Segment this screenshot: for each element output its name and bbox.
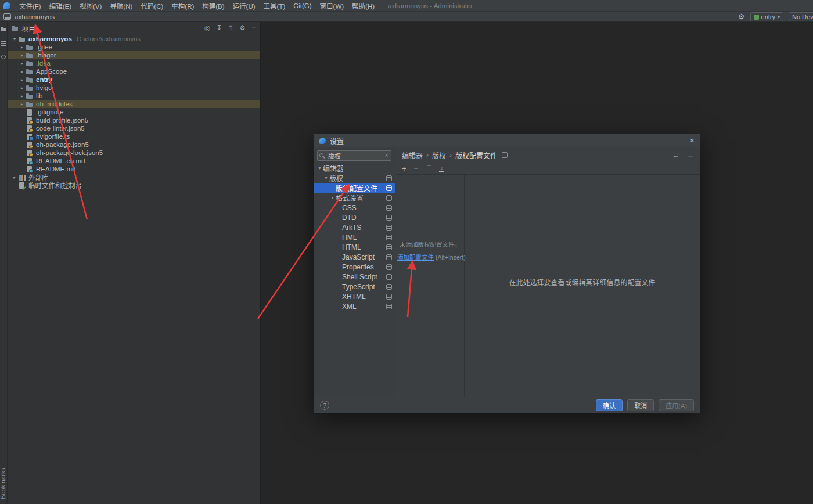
settings-tree-item[interactable]: CSS: [314, 203, 395, 213]
project-tree-item[interactable]: 临时文件和控制台: [8, 181, 260, 189]
menubar-item[interactable]: 重构(R): [167, 1, 198, 10]
toolbar-project-name[interactable]: axharmonyos: [15, 13, 55, 20]
settings-dialog: 设置 × × ▾编辑器▾版权版权配置文件▾格式设置CSSDTDArkTSHMLH…: [314, 134, 700, 413]
back-icon[interactable]: ←: [672, 151, 679, 160]
menubar-item[interactable]: 代码(C): [136, 1, 167, 10]
project-tree-item[interactable]: ▸lib: [8, 92, 260, 100]
project-tree-item[interactable]: hvigorfile.ts: [8, 132, 260, 141]
bookmarks-tool-button[interactable]: Bookmarks: [0, 467, 8, 499]
collapse-all-icon[interactable]: ↧: [216, 22, 222, 34]
menubar-item[interactable]: 导航(N): [106, 1, 136, 10]
chevron-right-icon[interactable]: ▸: [19, 93, 26, 99]
project-tree-item[interactable]: ▾axharmonyosG:\clone\axharmonyos: [8, 35, 260, 43]
add-profile-icon[interactable]: +: [402, 164, 406, 173]
settings-tree-item[interactable]: XHTML: [314, 291, 395, 301]
settings-tree-item[interactable]: TypeScript: [314, 282, 395, 291]
project-tree-item[interactable]: ▸外部库: [8, 173, 260, 181]
project-tree-item[interactable]: ▸hvigor: [8, 84, 260, 92]
project-tree-item[interactable]: ▸.hvigor: [8, 51, 260, 59]
project-tree-item[interactable]: README.en.md: [8, 157, 260, 165]
menubar-item[interactable]: 文件(F): [15, 1, 45, 10]
project-tree-item[interactable]: oh-package-lock.json5: [8, 149, 260, 157]
project-tree-item[interactable]: README.md: [8, 165, 260, 173]
run-config-selector[interactable]: entry ▾: [750, 12, 783, 21]
breadcrumb-item[interactable]: 版权配置文件: [455, 150, 497, 160]
menubar-item[interactable]: 视图(V): [75, 1, 106, 10]
menubar-item[interactable]: Git(G): [289, 2, 315, 9]
project-tree-item[interactable]: ▸AppScope: [8, 67, 260, 75]
settings-tree-item[interactable]: Shell Script: [314, 272, 395, 282]
menubar-item[interactable]: 编辑(E): [45, 1, 75, 10]
settings-tree: ▾编辑器▾版权版权配置文件▾格式设置CSSDTDArkTSHMLHTMLJava…: [314, 163, 395, 311]
chevron-right-icon[interactable]: ▸: [19, 85, 26, 91]
locate-file-icon[interactable]: ◎: [204, 22, 210, 34]
help-button[interactable]: ?: [320, 401, 329, 410]
settings-tree-item[interactable]: JavaScript: [314, 252, 395, 262]
chevron-down-icon[interactable]: ▾: [323, 175, 329, 181]
search-input[interactable]: [317, 150, 391, 161]
item-label: DTD: [342, 214, 357, 222]
settings-tree-item[interactable]: HML: [314, 232, 395, 242]
project-tree-item[interactable]: ▸entry: [8, 75, 260, 84]
settings-tree-item[interactable]: ▾格式设置: [314, 193, 395, 203]
ok-button[interactable]: 确认: [596, 399, 623, 411]
settings-content: 编辑器›版权›版权配置文件 ← → + − ↓ 未添加版权配置文件。 添加配置文…: [396, 147, 700, 397]
row-badge-icon: [386, 215, 392, 221]
remove-profile-icon[interactable]: −: [414, 164, 419, 173]
project-tree-item[interactable]: ▸.gitee: [8, 43, 260, 51]
panel-settings-icon[interactable]: ⚙: [239, 22, 246, 34]
settings-gear-icon[interactable]: ⚙: [738, 12, 745, 21]
settings-tree-item[interactable]: ▾编辑器: [314, 163, 395, 173]
settings-tree-item[interactable]: DTD: [314, 213, 395, 222]
menubar-item[interactable]: 帮助(H): [348, 1, 379, 10]
project-tree-item[interactable]: oh-package.json5: [8, 141, 260, 149]
chevron-right-icon[interactable]: ▸: [19, 61, 26, 66]
chevron-down-icon[interactable]: ▾: [329, 195, 336, 200]
settings-tree-item[interactable]: 版权配置文件: [314, 183, 395, 193]
menubar-item[interactable]: 工具(T): [260, 1, 290, 10]
settings-tree-item[interactable]: ArkTS: [314, 222, 395, 232]
chevron-right-icon[interactable]: ▸: [19, 102, 26, 107]
chevron-right-icon[interactable]: ▸: [19, 69, 26, 74]
row-badge-icon: [386, 264, 392, 270]
settings-tree-item[interactable]: Properties: [314, 262, 395, 272]
chevron-down-icon[interactable]: ▾: [316, 165, 323, 171]
chevron-right-icon[interactable]: ▸: [19, 45, 26, 50]
project-panel: 项目 ◎↧↥⚙− ▾axharmonyosG:\clone\axharmonyo…: [8, 22, 261, 504]
hide-panel-icon[interactable]: −: [251, 22, 256, 34]
menubar-item[interactable]: 窗口(W): [316, 1, 348, 10]
row-badge-icon: [386, 185, 392, 191]
item-label: Shell Script: [342, 273, 377, 281]
chevron-right-icon[interactable]: ▸: [19, 77, 26, 82]
project-tree-item[interactable]: build-profile.json5: [8, 116, 260, 124]
project-tree-item[interactable]: ▸oh_modules: [8, 100, 260, 108]
close-icon[interactable]: ×: [690, 136, 695, 145]
breadcrumb-item[interactable]: 版权: [432, 150, 446, 160]
dialog-title: 设置: [330, 136, 344, 146]
cancel-button[interactable]: 取消: [627, 399, 654, 411]
menubar-item[interactable]: 运行(U): [229, 1, 260, 10]
project-tree-item[interactable]: .gitignore: [8, 108, 260, 116]
clear-search-icon[interactable]: ×: [385, 152, 388, 159]
settings-tree-item[interactable]: ▾版权: [314, 173, 395, 183]
menubar-item[interactable]: 构建(B): [198, 1, 228, 10]
project-tree-item[interactable]: code-linter.json5: [8, 124, 260, 132]
duplicate-profile-icon[interactable]: [426, 165, 431, 171]
chevron-right-icon[interactable]: ▸: [19, 53, 26, 58]
device-selector[interactable]: No Devi: [789, 12, 813, 21]
expand-all-icon[interactable]: ↥: [228, 22, 233, 34]
chevron-right-icon[interactable]: ▸: [11, 175, 18, 180]
chevron-down-icon[interactable]: ▾: [11, 37, 18, 42]
apply-button[interactable]: 应用(A): [659, 399, 694, 411]
settings-tree-item[interactable]: HTML: [314, 242, 395, 252]
commit-tool-icon[interactable]: [0, 53, 7, 60]
project-tree-item[interactable]: ▸.idea: [8, 59, 260, 67]
structure-tool-icon[interactable]: [0, 39, 7, 46]
dialog-titlebar[interactable]: 设置 ×: [314, 134, 700, 147]
add-profile-link[interactable]: 添加配置文件: [397, 254, 434, 261]
settings-tree-item[interactable]: XML: [314, 301, 395, 311]
breadcrumb-item[interactable]: 编辑器: [402, 150, 423, 160]
project-tool-icon[interactable]: [0, 26, 7, 33]
import-profile-icon[interactable]: ↓: [439, 165, 444, 172]
forward-icon[interactable]: →: [686, 151, 694, 160]
